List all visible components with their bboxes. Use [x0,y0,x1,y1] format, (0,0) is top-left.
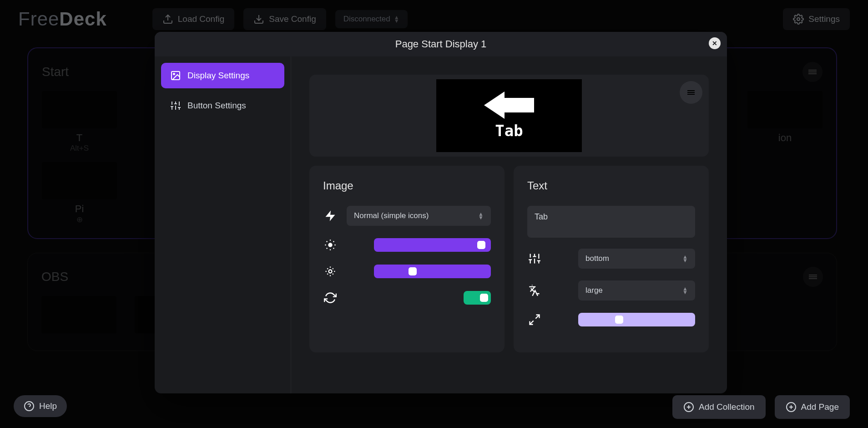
svg-point-34 [329,270,332,273]
brightness-slider[interactable] [374,238,491,252]
image-icon [170,70,181,81]
svg-line-42 [333,268,333,269]
text-input[interactable]: Tab [527,206,695,238]
plus-circle-icon [683,402,694,413]
refresh-icon [323,290,338,305]
image-mode-select[interactable]: Normal (simple icons) ▲▼ [347,206,491,226]
card-title: Image [323,179,491,192]
contrast-slider[interactable] [374,265,491,278]
svg-line-29 [333,248,334,249]
expand-icon [527,312,542,327]
chevron-updown-icon: ▲▼ [682,255,688,262]
svg-line-39 [327,268,328,269]
svg-line-28 [327,241,328,242]
help-button[interactable]: Help [14,395,67,417]
svg-point-25 [328,243,332,247]
text-position-select[interactable]: bottom ▲▼ [578,249,695,269]
close-icon: ✕ [712,40,717,47]
chevron-updown-icon: ▲▼ [682,287,688,294]
svg-marker-20 [484,92,534,119]
modal-title: Page Start Display 1 [395,38,487,50]
display-settings-modal: Page Start Display 1 ✕ Display Settings … [155,32,727,393]
close-button[interactable]: ✕ [709,37,721,49]
preview-menu-button[interactable] [680,81,702,104]
invert-toggle[interactable] [464,291,491,305]
plus-circle-icon [786,402,797,413]
lightning-icon [323,209,338,223]
modal-main: Tab Image Normal (simple icons) [291,56,727,393]
menu-icon [686,87,696,98]
svg-point-10 [173,73,175,75]
sliders-icon [170,100,181,111]
card-title: Text [527,179,695,192]
add-collection-button[interactable]: Add Collection [672,395,766,419]
help-icon [24,401,35,412]
modal-header: Page Start Display 1 ✕ [155,32,727,56]
image-settings-card: Image Normal (simple icons) ▲▼ [309,166,505,352]
svg-line-52 [535,315,539,319]
chevron-updown-icon: ▲▼ [478,212,484,219]
text-scale-slider[interactable] [578,313,695,326]
bottom-actions: Add Collection Add Page [672,395,850,419]
text-size-select[interactable]: large ▲▼ [578,280,695,301]
svg-line-32 [327,248,328,249]
translate-icon [527,283,542,298]
preview-text: Tab [495,122,523,140]
svg-marker-24 [326,210,335,221]
svg-line-33 [333,241,334,242]
display-preview: Tab [309,75,709,157]
svg-line-41 [327,274,328,275]
svg-line-40 [333,274,333,275]
brightness-icon [323,238,338,252]
tab-button-settings[interactable]: Button Settings [161,93,284,118]
preview-canvas: Tab [436,79,582,152]
text-settings-card: Text Tab bottom ▲▼ [514,166,709,352]
contrast-icon [323,264,338,279]
tab-display-settings[interactable]: Display Settings [161,63,284,88]
modal-sidebar: Display Settings Button Settings [155,56,291,393]
svg-line-53 [530,321,534,324]
add-page-button[interactable]: Add Page [775,395,850,419]
sliders-icon [527,251,542,266]
arrow-left-icon [484,92,534,119]
